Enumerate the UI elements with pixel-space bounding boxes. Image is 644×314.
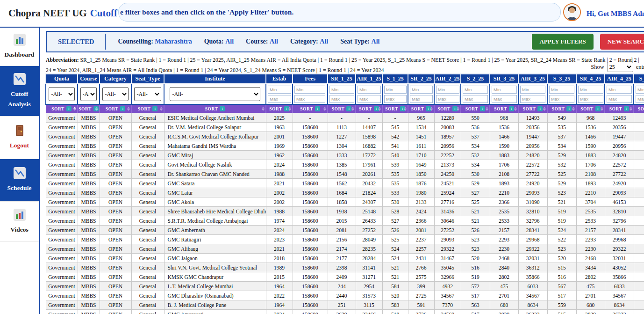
- user-avatar[interactable]: [563, 3, 581, 21]
- cell-sr_2_25: 2237: [408, 235, 434, 244]
- cell-air_1_25: 31271: [356, 272, 382, 282]
- sr_2_25-max-input[interactable]: [410, 95, 433, 103]
- cell-fees: 158600: [293, 263, 328, 272]
- category-filter-select[interactable]: -All-: [102, 87, 128, 101]
- table-row: GovernmentMBBSOPENGeneralGMC Miraj196215…: [46, 151, 644, 160]
- new-search-button[interactable]: NEW SEARCH: [600, 34, 644, 50]
- cell-s_1_25: 530: [382, 197, 408, 207]
- sort-button-s_4_25[interactable]: SORT↕: [634, 105, 644, 113]
- fees-min-input[interactable]: [294, 86, 325, 94]
- cell-seat_type: General: [131, 310, 164, 314]
- air_1_25-max-input[interactable]: [358, 95, 381, 103]
- cell-s_3_25: 535: [547, 123, 576, 132]
- estab-max-input[interactable]: [268, 95, 291, 103]
- air_4_25-max-input[interactable]: [607, 95, 632, 103]
- cell-sr_1_25: 2440: [328, 291, 356, 300]
- s_3_25-max-input[interactable]: [549, 95, 574, 103]
- seat_type-filter-select[interactable]: -All-: [134, 87, 161, 101]
- entries-per-page-select[interactable]: 25: [607, 62, 633, 72]
- cell-estab: 1964: [266, 300, 293, 310]
- cell-air_3_25: 27722: [518, 169, 547, 179]
- cell-estab: 2023: [266, 235, 293, 244]
- air_2_25-max-input[interactable]: [436, 95, 459, 103]
- cell-quota: Government: [46, 300, 78, 310]
- cell-institute: GMC Jalgaon: [164, 254, 266, 263]
- sr_1_25-min-input[interactable]: [329, 86, 354, 94]
- cell-sr_1_25: 2156: [328, 235, 356, 244]
- cell-sr_2_25: 2431: [408, 254, 434, 263]
- sort-button-seat_type[interactable]: SORT↕: [132, 105, 164, 113]
- sort-button-institute[interactable]: SORT↕: [165, 105, 265, 113]
- cell-quota: Government: [46, 207, 78, 216]
- table-row: GovernmentMBBSOPENGeneralGMC Ambernath20…: [46, 226, 644, 235]
- cell-air_1_25: 25148: [356, 207, 382, 216]
- cell-air_4_25: 19447: [605, 132, 634, 141]
- sr_3_25-max-input[interactable]: [492, 95, 517, 103]
- up-down-arrow-icon: ↕: [120, 106, 125, 111]
- sr_3_25-min-input[interactable]: [492, 86, 517, 94]
- cell-quota: Government: [46, 310, 78, 314]
- sr_4_25-min-input[interactable]: [578, 86, 603, 94]
- cell-category: OPEN: [100, 263, 131, 272]
- sidebar-item-dashboard[interactable]: Dashboard: [0, 28, 39, 66]
- sr_1_25-max-input[interactable]: [329, 95, 354, 103]
- sr_4_25-max-input[interactable]: [578, 95, 603, 103]
- air_1_25-min-input[interactable]: [358, 86, 381, 94]
- air_4_25-min-input[interactable]: [607, 86, 632, 94]
- sort-button-s_3_25[interactable]: SORT↕: [548, 105, 576, 113]
- air_3_25-max-input[interactable]: [520, 95, 545, 103]
- institute-filter-select[interactable]: -All-: [170, 87, 260, 101]
- sort-button-quota[interactable]: SORT↕: [46, 105, 77, 113]
- s_2_25-max-input[interactable]: [463, 95, 488, 103]
- sort-button-fees[interactable]: SORT↕: [293, 105, 327, 113]
- filter-course: Course: All: [246, 38, 278, 45]
- filter-cell-seat_type: -All-: [131, 84, 164, 104]
- cell-air_2_25: 24250: [434, 169, 461, 179]
- s_1_25-max-input[interactable]: [384, 95, 407, 103]
- cell-s_4_25: [634, 254, 644, 263]
- user-greeting[interactable]: Hi, Get MBBS Admission: [587, 0, 644, 27]
- s_4_25-min-input[interactable]: [636, 86, 644, 94]
- sort-button-air_3_25[interactable]: SORT↕: [519, 105, 547, 113]
- cell-s_1_25: 524: [382, 254, 408, 263]
- sr_2_25-min-input[interactable]: [410, 86, 433, 94]
- estab-min-input[interactable]: [268, 86, 291, 94]
- sidebar-item-schedule[interactable]: Schedule: [0, 159, 39, 202]
- table-row: GovernmentMBBSOPENGeneralR.C.S.M. Govt M…: [46, 132, 644, 141]
- cell-category: OPEN: [100, 113, 131, 123]
- cell-s_1_25: 541: [382, 141, 408, 151]
- course-filter-select[interactable]: -All-: [80, 87, 97, 101]
- cell-air_2_25: 29093: [434, 235, 461, 244]
- sort-label: SORT: [359, 107, 372, 111]
- sidebar-item-cutoff-analysis[interactable]: Cutoff Analysis: [0, 66, 39, 117]
- cell-air_3_25: 32796: [518, 216, 547, 226]
- sort-label: SORT: [580, 107, 594, 111]
- sort-cell-air_4_25: SORT↕: [605, 104, 634, 113]
- top-bar: Chopra NEET UG Cutoff Portal e filter bo…: [0, 0, 644, 28]
- cell-s_3_25: 534: [547, 141, 576, 151]
- sort-button-air_4_25[interactable]: SORT↕: [605, 105, 633, 113]
- sidebar-item-logout[interactable]: Logout: [0, 117, 39, 159]
- header-row: QuotaCourseCategorySeat_TypeInstituteEst…: [46, 74, 644, 84]
- cell-seat_type: General: [131, 141, 164, 151]
- sidebar-item-videos[interactable]: Videos: [0, 202, 39, 242]
- sort-button-category[interactable]: SORT↕: [100, 105, 131, 113]
- cell-sr_3_25: 2829: [490, 310, 518, 314]
- cell-sr_3_25: 1706: [490, 160, 518, 169]
- cell-air_3_25: 19447: [518, 132, 547, 141]
- s_4_25-max-input[interactable]: [636, 95, 644, 103]
- cell-s_4_25: [634, 169, 644, 179]
- fees-max-input[interactable]: [294, 95, 325, 103]
- cell-estab: 2001: [266, 132, 293, 141]
- cell-sr_2_25: 2726: [408, 310, 434, 314]
- air_2_25-min-input[interactable]: [436, 86, 459, 94]
- s_1_25-min-input[interactable]: [384, 86, 407, 94]
- s_3_25-min-input[interactable]: [549, 86, 574, 94]
- s_2_25-min-input[interactable]: [463, 86, 488, 94]
- quota-filter-select[interactable]: -All-: [49, 87, 74, 101]
- sort-button-s_2_25[interactable]: SORT↕: [461, 105, 489, 113]
- apply-filters-button[interactable]: APPLY FILTERS: [532, 34, 593, 50]
- air_3_25-min-input[interactable]: [520, 86, 545, 94]
- sort-direction-arrows: [73, 105, 76, 113]
- cell-sr_1_25: 251: [328, 300, 356, 310]
